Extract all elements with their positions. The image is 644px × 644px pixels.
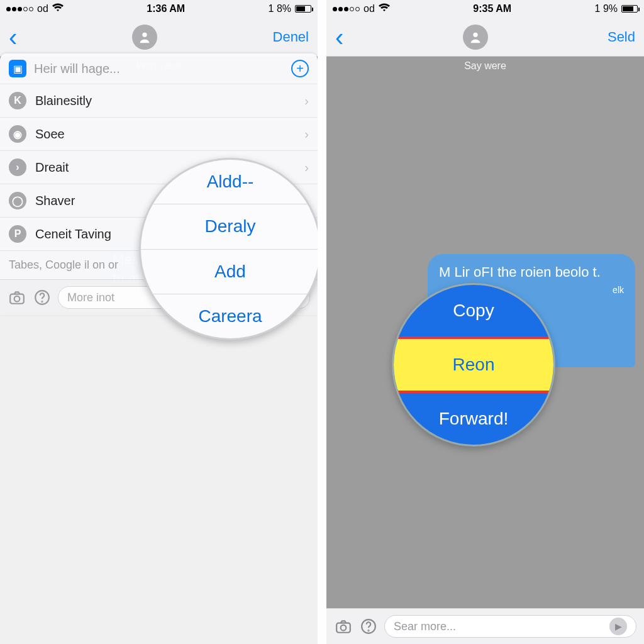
drawer-placeholder: Heir will hage... [34,62,284,76]
svg-point-9 [368,630,369,631]
svg-point-5 [473,32,477,36]
status-bar: od 1:36 AM 1 8% [0,0,318,18]
status-left: od [6,3,64,14]
battery-text: 1 8% [269,3,291,14]
person-icon: ◉ [9,125,26,143]
menu-item[interactable]: Add [141,250,318,294]
status-time: 1:36 AM [147,3,185,14]
recipient-label: Say were [326,60,644,72]
carrier-label: od [37,3,48,14]
menu-item[interactable]: Deraly [141,204,318,249]
battery-icon [295,5,311,13]
context-menu-magnifier: Copy Reon Forward! [392,283,555,447]
status-right: 1 9% [595,3,638,14]
forward-icon: › [9,158,26,176]
chevron-right-icon: › [304,127,309,142]
back-button[interactable]: ‹ [335,25,343,50]
battery-text: 1 9% [595,3,618,14]
status-time: 9:35 AM [473,3,511,14]
help-icon[interactable] [33,288,52,307]
svg-point-0 [143,32,147,36]
chevron-right-icon: › [304,94,309,108]
wifi-icon [52,3,64,14]
wifi-icon [379,3,390,14]
chat-area: Say were M Lir oFI the roien beolo t. el… [326,57,644,609]
disc-icon: ◯ [9,192,26,209]
svg-point-2 [14,296,20,302]
magnifier-menu: Aldd-- Deraly Add Careera [139,158,318,340]
carrier-label: od [364,3,375,14]
back-button[interactable]: ‹ [9,25,17,50]
signal-icon [333,7,360,11]
svg-point-4 [42,301,42,302]
avatar[interactable] [463,25,488,50]
chat-area: With yater Message Lir oFI the mon uler … [0,57,318,315]
status-left: od [333,3,390,14]
context-reon[interactable]: Reon [394,336,553,393]
message-input[interactable]: Sear more... ▶ [384,615,636,638]
chevron-right-icon: › [304,160,309,175]
camera-icon[interactable] [8,288,26,307]
nav-bar: ‹ Denel [0,18,318,57]
p-icon: P [9,225,26,243]
add-icon[interactable]: + [291,60,309,77]
list-item[interactable]: ◉Soee› [0,117,318,150]
send-icon[interactable]: ▶ [609,618,627,635]
battery-icon [621,5,638,13]
status-bar: od 9:35 AM 1 9% [326,0,644,18]
camera-icon[interactable] [334,617,353,636]
phone-right: od 9:35 AM 1 9% ‹ Seld Say were M Lir oF… [326,0,644,644]
drawer-header: ▣ Heir will hage... + [0,53,318,84]
input-bar: Sear more... ▶ [326,608,644,644]
list-item[interactable]: KBlainesitly› [0,84,318,117]
app-icon[interactable]: ▣ [9,60,26,77]
nav-bar: ‹ Seld [326,18,644,57]
signal-icon [6,7,33,11]
svg-point-7 [341,625,347,631]
nav-action-button[interactable]: Seld [608,29,635,45]
phone-left: od 1:36 AM 1 8% ‹ Denel With yater Messa… [0,0,318,644]
share-icon: K [9,92,26,109]
nav-action-button[interactable]: Denel [273,29,309,45]
status-right: 1 8% [269,3,311,14]
help-icon[interactable] [359,617,378,636]
avatar[interactable] [132,25,157,50]
menu-item[interactable]: Careera [141,294,318,338]
context-forward[interactable]: Forward! [394,393,553,445]
